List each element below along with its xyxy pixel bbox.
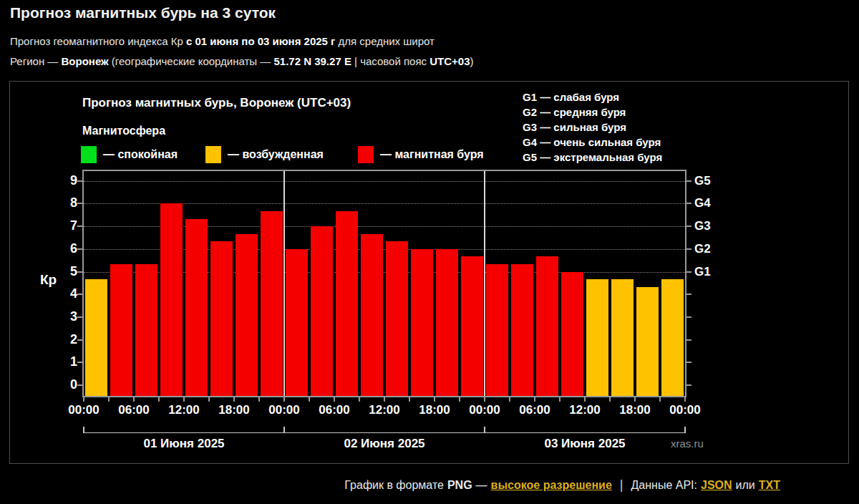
y-axis-tick-left bbox=[77, 316, 82, 318]
kp-bar bbox=[311, 226, 333, 396]
y-axis-label-7: 7 bbox=[49, 218, 77, 233]
x-axis-tick bbox=[484, 397, 485, 402]
kp-bar bbox=[336, 211, 358, 396]
date-bracket-line bbox=[84, 432, 686, 433]
watermark-xras: xras.ru bbox=[671, 437, 704, 450]
y-axis-tick-left bbox=[77, 271, 82, 273]
date-bracket-tick bbox=[83, 427, 84, 433]
kp-bar bbox=[135, 264, 157, 396]
excited-color-swatch bbox=[205, 146, 221, 163]
json-api-link[interactable]: JSON bbox=[701, 479, 732, 492]
txt-api-link[interactable]: TXT bbox=[759, 479, 780, 492]
kp-bar bbox=[661, 279, 684, 396]
x-axis-tick bbox=[634, 397, 636, 402]
x-axis-tick bbox=[659, 397, 661, 402]
time-label: 18:00 bbox=[209, 403, 259, 417]
g4-legend-row: G4 — очень сильная буря bbox=[523, 135, 662, 150]
x-axis-tick bbox=[684, 397, 686, 402]
time-label: 12:00 bbox=[560, 403, 610, 417]
g-axis-label-g5: G5 bbox=[694, 174, 711, 188]
x-axis-tick bbox=[208, 397, 210, 402]
date-label: 02 Июня 2025 bbox=[306, 437, 463, 451]
region-prefix: Регион — bbox=[10, 55, 62, 67]
quiet-label: — спокойная bbox=[103, 148, 178, 161]
g-axis-label-g1: G1 bbox=[694, 265, 711, 279]
kp-bar bbox=[85, 279, 107, 396]
y-axis-label-1: 1 bbox=[49, 354, 77, 369]
y-axis-label-3: 3 bbox=[49, 309, 77, 324]
kp-bar bbox=[110, 264, 132, 396]
kp-bar bbox=[286, 249, 308, 396]
g2-legend-row: G2 — средняя буря bbox=[523, 105, 662, 120]
footer-or-label: или bbox=[736, 479, 755, 492]
kp-bar bbox=[261, 211, 283, 396]
y-axis-label-6: 6 bbox=[49, 241, 77, 256]
kp-bar bbox=[536, 256, 558, 396]
time-label: 12:00 bbox=[159, 403, 209, 417]
kp-bar bbox=[160, 203, 183, 396]
legend-item-excited: — возбужденная bbox=[205, 146, 324, 163]
kp-bar bbox=[486, 264, 508, 396]
y-axis-tick-left bbox=[77, 180, 82, 182]
x-axis-tick bbox=[534, 397, 535, 402]
storm-label: — магнитная буря bbox=[380, 148, 484, 161]
x-axis-tick bbox=[83, 397, 84, 402]
y-axis-tick-right bbox=[686, 316, 691, 318]
x-axis-tick bbox=[509, 397, 510, 402]
y-axis-tick-left bbox=[77, 339, 82, 341]
kp-bar bbox=[436, 249, 458, 396]
time-label: 00:00 bbox=[259, 403, 309, 417]
day-separator bbox=[484, 171, 485, 396]
x-axis-tick bbox=[434, 397, 435, 402]
y-axis-label-4: 4 bbox=[49, 286, 77, 301]
g-axis-label-g4: G4 bbox=[694, 196, 711, 210]
y-axis-tick-left bbox=[77, 226, 82, 227]
date-label: 01 Июня 2025 bbox=[105, 437, 263, 451]
y-axis-tick-right bbox=[686, 271, 691, 273]
time-label: 06:00 bbox=[109, 403, 159, 417]
y-axis-tick-left bbox=[77, 294, 82, 295]
g5-legend-row: G5 — экстремальная буря bbox=[523, 150, 662, 165]
x-axis-tick bbox=[409, 397, 410, 402]
y-axis-label-2: 2 bbox=[49, 332, 77, 347]
x-axis-tick bbox=[309, 397, 310, 402]
kp-bar bbox=[636, 287, 659, 396]
subtitle-suffix: для средних широт bbox=[335, 35, 435, 47]
region-coords: 51.72 N 39.27 E bbox=[273, 55, 351, 67]
footer-png-label: PNG bbox=[447, 479, 472, 492]
footer-separator: | bbox=[620, 478, 623, 493]
y-axis-label-8: 8 bbox=[49, 195, 77, 210]
time-label: 00:00 bbox=[59, 403, 109, 417]
region-timezone: UTC+03 bbox=[430, 55, 470, 67]
x-axis-tick bbox=[133, 397, 135, 402]
x-axis-tick bbox=[584, 397, 586, 402]
kp-bar bbox=[611, 279, 634, 396]
page-title: Прогноз магнитных бурь на 3 суток bbox=[10, 4, 276, 21]
y-axis-tick-left bbox=[77, 384, 82, 386]
y-axis-label-9: 9 bbox=[49, 173, 77, 188]
region-mid: (географические координаты — bbox=[109, 55, 274, 67]
y-axis-tick-left bbox=[77, 248, 82, 250]
plot-area bbox=[82, 170, 686, 397]
date-bracket-tick bbox=[484, 427, 485, 433]
x-axis-tick bbox=[108, 397, 110, 402]
grid-line-kp9 bbox=[84, 181, 685, 182]
x-axis-tick bbox=[459, 397, 460, 402]
time-label: 12:00 bbox=[359, 403, 409, 417]
x-axis-tick bbox=[183, 397, 185, 402]
x-axis-tick bbox=[233, 397, 235, 402]
high-resolution-link[interactable]: высокое разрешение bbox=[491, 479, 612, 492]
region-line: Регион — Воронеж (географические координ… bbox=[10, 55, 474, 67]
y-axis-tick-right bbox=[686, 384, 691, 386]
legend-item-quiet: — спокойная bbox=[81, 146, 178, 163]
y-axis-tick-left bbox=[77, 362, 82, 363]
time-label: 06:00 bbox=[510, 403, 560, 417]
time-label: 00:00 bbox=[660, 403, 710, 417]
footer-bar: График в формате PNG — высокое разрешени… bbox=[344, 478, 780, 493]
y-axis-tick-right bbox=[686, 248, 691, 250]
storm-color-swatch bbox=[358, 146, 374, 163]
kp-bar bbox=[461, 256, 483, 396]
kp-bar bbox=[236, 234, 258, 396]
storm-scale-legend: G1 — слабая буря G2 — средняя буря G3 — … bbox=[523, 89, 662, 165]
y-axis-tick-right bbox=[686, 294, 691, 295]
